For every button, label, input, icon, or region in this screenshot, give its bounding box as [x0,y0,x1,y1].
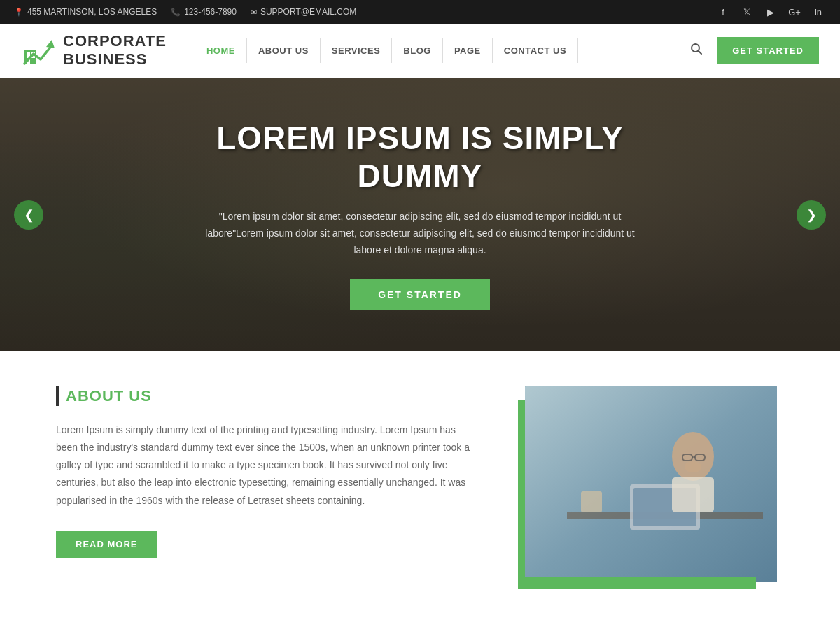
email-icon [251,8,257,17]
email-text: SUPPORT@EMAIL.COM [260,7,356,17]
address-item: 455 MARTINSON, LOS ANGELES [14,7,157,17]
about-heading: ABOUT US [56,386,476,406]
nav-home[interactable]: HOME [195,38,247,63]
top-bar-contact: 455 MARTINSON, LOS ANGELES 123-456-7890 … [14,7,356,17]
logo-icon [21,33,56,68]
youtube-link[interactable]: ▶ [763,4,778,20]
top-bar: 455 MARTINSON, LOS ANGELES 123-456-7890 … [0,0,840,24]
about-heading-text: ABOUT US [66,387,152,405]
logo[interactable]: CORPORATE BUSINESS [21,32,167,69]
about-body-text: Lorem Ipsum is simply dummy text of the … [56,421,476,510]
get-started-button[interactable]: GET STARTED [717,37,819,64]
google-plus-link[interactable]: G+ [787,4,802,20]
read-more-button[interactable]: READ MORE [56,531,157,558]
hero-next-button[interactable]: ❯ [797,200,826,230]
heading-bar [56,386,59,406]
nav-blog[interactable]: BLOG [392,38,443,63]
svg-rect-10 [581,491,602,512]
logo-top-text: CORPORATE [63,32,167,50]
phone-text: 123-456-7890 [184,7,237,17]
hero-prev-button[interactable]: ❮ [14,200,43,230]
svg-rect-14 [672,477,714,512]
facebook-link[interactable]: f [715,4,731,20]
twitter-link[interactable]: 𝕏 [739,4,755,20]
svg-marker-4 [46,40,55,48]
logo-text: CORPORATE BUSINESS [63,32,167,69]
hero-section: ❮ LOREM IPSUM IS SIMPLY DUMMY "Lorem ips… [0,78,840,351]
phone-item: 123-456-7890 [171,7,237,17]
nav-page[interactable]: PAGE [443,38,493,63]
hero-cta-button[interactable]: GET STARTED [350,279,490,310]
phone-icon [171,8,181,17]
about-image-container [518,386,777,589]
search-icon [690,43,703,55]
chevron-right-icon: ❯ [806,207,817,223]
about-right [518,386,784,589]
nav-contact[interactable]: CONTACT US [493,38,578,63]
hero-subtitle: "Lorem ipsum dolor sit amet, consectetur… [196,209,644,258]
header: CORPORATE BUSINESS HOME ABOUT US SERVICE… [0,24,840,78]
hero-title: LOREM IPSUM IS SIMPLY DUMMY [196,119,644,195]
logo-bottom-text: BUSINESS [63,50,167,69]
about-left: ABOUT US Lorem Ipsum is simply dummy tex… [56,386,476,558]
address-text: 455 MARTINSON, LOS ANGELES [27,7,157,17]
nav-right: GET STARTED [687,37,819,64]
nav-about[interactable]: ABOUT US [247,38,321,63]
about-green-bottom-bar [518,577,756,589]
nav-services[interactable]: SERVICES [321,38,393,63]
chevron-left-icon: ❮ [24,207,34,223]
location-icon [14,8,24,17]
svg-point-13 [672,432,714,481]
linkedin-link[interactable]: in [811,4,826,20]
about-image [525,386,777,582]
svg-line-6 [699,51,702,55]
main-nav: HOME ABOUT US SERVICES BLOG PAGE CONTACT… [195,38,687,63]
hero-content: LOREM IPSUM IS SIMPLY DUMMY "Lorem ipsum… [182,119,658,310]
about-section: ABOUT US Lorem Ipsum is simply dummy tex… [0,351,840,630]
email-item: SUPPORT@EMAIL.COM [251,7,356,17]
svg-point-18 [685,461,701,472]
social-links: f 𝕏 ▶ G+ in [715,4,826,20]
search-button[interactable] [687,39,706,62]
